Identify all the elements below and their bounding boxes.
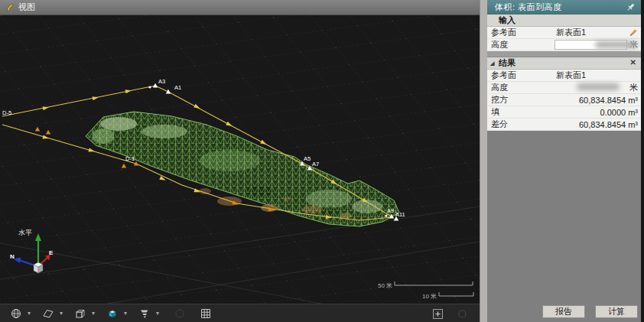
volume-panel: 体积: 表面到高度 输入 参考面 新表面1 高度 [487, 0, 641, 322]
result-row-reference: 参考面 新表面1 [487, 70, 641, 82]
collapse-triangle-icon[interactable]: ◢ [490, 60, 494, 66]
pane-splitter[interactable] [480, 0, 487, 322]
result-label: 高度 [487, 82, 552, 93]
view-title-label: 视图 [18, 2, 35, 13]
input-section-title: 输入 [499, 15, 516, 26]
panel-button-bar: 报告 计算 [542, 305, 638, 318]
grid-toggle-icon[interactable] [199, 307, 213, 320]
elevation-label: 高度 [487, 39, 552, 50]
box-view-icon[interactable] [73, 307, 87, 320]
volume-panel-title: 体积: 表面到高度 [495, 2, 562, 13]
result-label: 填 [487, 106, 552, 118]
solid-cube-dropdown[interactable]: ▾ [124, 311, 127, 317]
point-label-a5: A5 [304, 155, 311, 162]
view-canvas[interactable]: D-5 A3 A1 D-1 A5 A7 A9 A11 水平 N E [0, 15, 480, 304]
point-label-a3: A3 [158, 78, 165, 85]
redacted-value [595, 41, 638, 48]
result-unit: m³ [626, 120, 641, 129]
results-section-title: 结果 [499, 57, 516, 69]
report-button[interactable]: 报告 [542, 305, 585, 318]
result-value: 60,834.8454 [552, 120, 626, 129]
volume-panel-header[interactable]: 体积: 表面到高度 [487, 0, 641, 15]
filter-view-icon[interactable] [138, 307, 151, 320]
view-icon [5, 2, 15, 12]
pan-icon[interactable] [455, 307, 469, 320]
result-value: 60,834.8454 [552, 96, 626, 105]
result-unit: m³ [626, 108, 641, 117]
result-unit: m³ [626, 96, 641, 105]
point-label-a7: A7 [312, 161, 319, 168]
result-row-cut: 挖方 60,834.8454 m³ [487, 94, 641, 106]
point-label-a11: A11 [395, 211, 405, 218]
calculate-button[interactable]: 计算 [595, 305, 638, 318]
box-view-dropdown[interactable]: ▾ [92, 311, 95, 317]
render-mode-icon[interactable] [9, 307, 23, 320]
redacted-value [577, 83, 620, 90]
result-label: 挖方 [487, 94, 552, 106]
input-reference-row: 参考面 新表面1 [487, 27, 641, 39]
compass-north-label: N [10, 253, 15, 260]
elevation-input[interactable] [555, 40, 627, 50]
result-row-difference: 差分 60,834.8454 m³ [487, 119, 641, 131]
section-gap [487, 51, 641, 57]
compass-east-label: E [49, 249, 54, 256]
input-elevation-row: 高度 米 [487, 39, 641, 51]
result-value: 新表面1 [552, 70, 641, 81]
zoom-extents-icon[interactable] [431, 307, 444, 320]
orbit-icon[interactable] [173, 307, 187, 320]
scalebar-50m-label: 50 米 [378, 282, 392, 289]
result-label: 参考面 [487, 70, 552, 81]
panel-pin-icon[interactable] [626, 2, 636, 14]
point-label-a9: A9 [387, 207, 394, 214]
result-row-fill: 填 0.0000 m³ [487, 106, 641, 119]
results-section-header[interactable]: ◢ 结果 ✕ [487, 57, 641, 70]
view-pane: 视图 [0, 0, 480, 322]
results-close-icon[interactable]: ✕ [630, 58, 636, 67]
reference-surface-label: 参考面 [487, 27, 552, 38]
filter-view-dropdown[interactable]: ▾ [156, 311, 159, 317]
view-toolbar: ▾ ▾ ▾ [0, 304, 480, 322]
point-label-d5: D-5 [2, 109, 11, 116]
window-edge [641, 0, 644, 322]
view-titlebar[interactable]: 视图 [0, 0, 480, 15]
edit-pencil-icon[interactable] [628, 28, 638, 39]
render-mode-dropdown[interactable]: ▾ [28, 311, 31, 317]
result-row-elevation: 高度 米 [487, 82, 641, 94]
surface-style-dropdown[interactable]: ▾ [60, 311, 63, 317]
result-unit: 米 [627, 82, 641, 93]
compass-up-label: 水平 [18, 229, 32, 236]
point-label-d1: D-1 [125, 155, 135, 162]
point-label-a1: A1 [174, 84, 181, 91]
input-section-header[interactable]: 输入 [487, 15, 641, 27]
compass-origin-cube [34, 262, 43, 273]
scalebar-10m-label: 10 米 [422, 293, 437, 300]
solid-cube-icon[interactable] [106, 307, 119, 320]
result-label: 差分 [487, 119, 552, 130]
surface-style-icon[interactable] [41, 307, 55, 320]
result-value: 0.0000 [552, 108, 626, 117]
